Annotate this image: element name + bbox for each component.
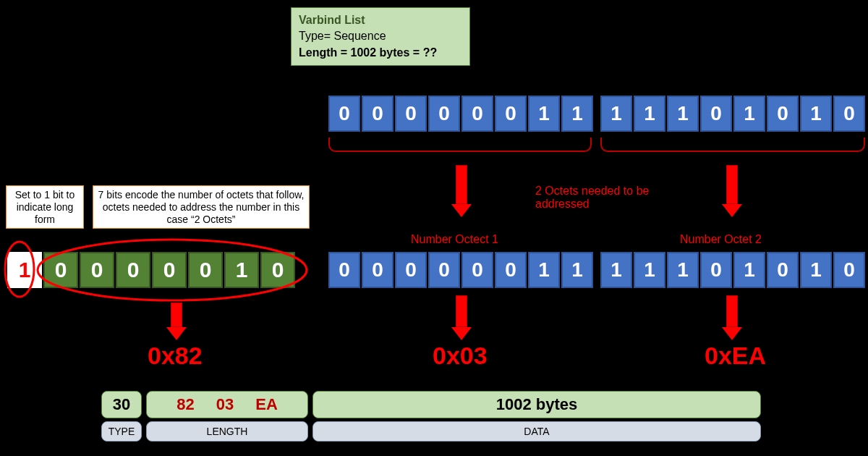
bit-cell: 1 <box>733 96 765 132</box>
bit-cell: 1 <box>634 96 665 132</box>
arrow-octet2-down <box>726 165 738 204</box>
bit-cell: 0 <box>461 252 493 288</box>
two-octets-needed-label: 2 Octets needed to be addressed <box>535 185 658 211</box>
brace-octet1 <box>328 138 592 152</box>
bit-cell: 1 <box>561 96 593 132</box>
brace-octet2 <box>600 138 865 152</box>
tlv-length-value: 82 03 EA <box>146 391 308 418</box>
bit-cell: 0 <box>328 252 360 288</box>
bit-cell: 0 <box>428 96 460 132</box>
tlv-values-row: 30 82 03 EA 1002 bytes <box>101 391 761 418</box>
ellipse-seven-bits-icon <box>35 236 310 304</box>
bits-octet2-bottom: 1 1 1 0 1 0 1 0 <box>600 252 865 288</box>
tlv-data-value: 1002 bytes <box>312 391 761 418</box>
arrow-octet1-down <box>456 165 467 204</box>
arrow-blue2-down <box>726 295 738 327</box>
arrow-head-icon <box>722 204 742 217</box>
bit-cell: 1 <box>528 96 560 132</box>
bit-cell: 1 <box>667 252 699 288</box>
bit-cell: 0 <box>495 96 527 132</box>
varbind-list-box: Varbind List Type= Sequence Length = 100… <box>291 7 470 66</box>
bit-cell: 0 <box>833 252 865 288</box>
arrow-head-icon <box>722 327 742 340</box>
len-byte-3: EA <box>255 395 278 414</box>
note-long-form: Set to 1 bit to indicate long form <box>6 185 84 229</box>
bit-cell: 0 <box>362 252 393 288</box>
num-octet-2-label: Number Octet 2 <box>680 233 762 246</box>
tlv-type-label: TYPE <box>101 421 142 442</box>
note-seven-bits: 7 bits encode the number of octets that … <box>93 185 310 229</box>
bit-cell: 1 <box>733 252 765 288</box>
arrow-head-icon <box>451 327 472 340</box>
arrow-head-icon <box>166 327 187 340</box>
hex-03: 0x03 <box>433 342 488 370</box>
bit-cell: 0 <box>428 252 460 288</box>
arrow-head-icon <box>451 204 472 217</box>
tlv-data-label: DATA <box>312 421 761 442</box>
tlv-labels-row: TYPE LENGTH DATA <box>101 421 761 442</box>
bit-cell: 1 <box>600 96 632 132</box>
circle-msb-icon <box>1 239 38 300</box>
bit-cell: 1 <box>528 252 560 288</box>
bit-cell: 0 <box>767 252 799 288</box>
bit-cell: 1 <box>634 252 665 288</box>
bit-cell: 1 <box>667 96 699 132</box>
bit-cell: 0 <box>767 96 799 132</box>
tlv-type-value: 30 <box>101 391 142 418</box>
len-byte-2: 03 <box>216 395 234 414</box>
bits-octet1-bottom: 0 0 0 0 0 0 1 1 <box>328 252 593 288</box>
bit-cell: 0 <box>833 96 865 132</box>
arrow-blue1-down <box>456 295 467 327</box>
arrow-green-down <box>171 303 182 327</box>
svg-point-1 <box>38 240 307 300</box>
bit-cell: 1 <box>800 96 832 132</box>
len-byte-1: 82 <box>176 395 194 414</box>
bit-cell: 1 <box>600 252 632 288</box>
bit-cell: 0 <box>461 96 493 132</box>
bit-cell: 1 <box>561 252 593 288</box>
varbind-type: Type= Sequence <box>299 28 462 44</box>
bit-cell: 0 <box>495 252 527 288</box>
bits-octet2-top: 1 1 1 0 1 0 1 0 <box>600 96 865 132</box>
bit-cell: 0 <box>700 96 732 132</box>
varbind-title: Varbind List <box>299 12 462 28</box>
bit-cell: 0 <box>328 96 360 132</box>
hex-82: 0x82 <box>148 342 203 370</box>
tlv-length-label: LENGTH <box>146 421 308 442</box>
hex-ea: 0xEA <box>705 342 766 370</box>
num-octet-1-label: Number Octect 1 <box>411 233 498 246</box>
bit-cell: 0 <box>395 96 427 132</box>
bit-cell: 0 <box>362 96 393 132</box>
svg-point-0 <box>5 242 34 297</box>
bit-cell: 1 <box>800 252 832 288</box>
varbind-length: Length = 1002 bytes = ?? <box>299 45 462 61</box>
bits-octet1-top: 0 0 0 0 0 0 1 1 <box>328 96 593 132</box>
bit-cell: 0 <box>395 252 427 288</box>
bit-cell: 0 <box>700 252 732 288</box>
